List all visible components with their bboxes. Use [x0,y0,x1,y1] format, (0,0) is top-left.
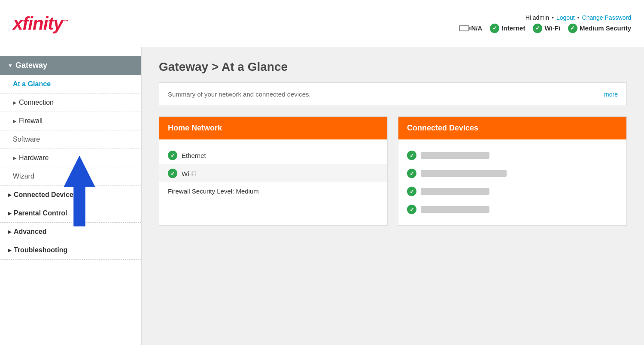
battery-status: N/A [459,24,483,32]
logo-tm: ™ [63,18,68,24]
device4-name [421,206,489,213]
connected-devices-arrow-icon: ▶ [8,192,11,198]
sidebar-connected-devices-header[interactable]: ▶ Connected Devices [0,186,141,204]
change-password-link[interactable]: Change Password [582,14,631,21]
page-title: Gateway > At a Glance [159,60,627,74]
wifi-item-check-icon: ✓ [168,169,177,178]
header: xfinity™ Hi admin • Logout • Change Pass… [0,0,644,47]
hi-admin-text: Hi admin [526,14,549,21]
firewall-arrow-icon: ▶ [13,118,16,124]
dot2: • [577,14,580,21]
internet-check-icon: ✓ [490,24,499,33]
device3-check-icon: ✓ [407,187,416,196]
sidebar-gateway-header[interactable]: ▼ Gateway [0,56,141,75]
battery-icon [459,25,469,31]
firewall-row: Firewall Security Level: Medium [168,182,379,197]
gateway-label: Gateway [15,61,47,70]
logo: xfinity™ [13,13,68,33]
sidebar-item-firewall[interactable]: ▶ Firewall [0,112,141,130]
home-network-card: Home Network ✓ Ethernet ✓ Wi-Fi Firewall… [159,116,388,226]
sidebar-item-connection[interactable]: ▶ Connection [0,94,141,112]
sidebar-item-at-a-glance[interactable]: At a Glance [0,75,141,94]
device-item-1: ✓ [407,146,618,164]
wifi-item-label: Wi-Fi [182,170,197,177]
device-item-2: ✓ [407,164,618,182]
content-area: Gateway > At a Glance Summary of your ne… [142,47,644,345]
security-label: Medium Security [580,24,631,32]
firewall-security-value: Medium [236,188,258,195]
connected-devices-header: Connected Devices [398,117,626,139]
summary-text: Summary of your network and connected de… [168,91,311,98]
home-network-body: ✓ Ethernet ✓ Wi-Fi Firewall Security Lev… [159,139,387,203]
logout-link[interactable]: Logout [556,14,575,21]
summary-box: Summary of your network and connected de… [159,82,627,106]
sidebar-parental-control-header[interactable]: ▶ Parental Control [0,204,141,223]
ethernet-check-icon: ✓ [168,151,177,160]
wifi-label: Wi-Fi [544,24,560,32]
device3-name [421,188,489,195]
dot1: • [552,14,554,21]
hardware-arrow-icon: ▶ [13,155,16,161]
cards-row: Home Network ✓ Ethernet ✓ Wi-Fi Firewall… [159,116,627,226]
security-check-icon: ✓ [568,24,577,33]
firewall-security-label: Firewall Security Level: [168,188,234,195]
parental-control-arrow-icon: ▶ [8,211,11,216]
gateway-arrow-icon: ▼ [8,63,13,69]
sidebar-item-wizard[interactable]: Wizard [0,167,141,186]
wifi-item: ✓ Wi-Fi [159,164,387,182]
logo-area: xfinity™ [13,13,68,34]
device-item-3: ✓ [407,182,618,200]
wifi-check-icon: ✓ [533,24,542,33]
sidebar-troubleshooting-header[interactable]: ▶ Troubleshooting [0,241,141,260]
main-layout: ▼ Gateway At a Glance ▶ Connection ▶ Fir… [0,47,644,345]
internet-label: Internet [501,24,525,32]
connection-arrow-icon: ▶ [13,100,16,106]
device1-check-icon: ✓ [407,151,416,160]
security-status: ✓ Medium Security [568,24,631,33]
connected-devices-body: ✓ ✓ ✓ ✓ [398,139,626,225]
ethernet-item: ✓ Ethernet [168,146,379,164]
sidebar-item-software[interactable]: Software [0,130,141,149]
header-status-row: N/A ✓ Internet ✓ Wi-Fi ✓ Medium Security [459,24,631,33]
sidebar-advanced-header[interactable]: ▶ Advanced [0,223,141,241]
troubleshooting-arrow-icon: ▶ [8,248,11,253]
device2-check-icon: ✓ [407,169,416,178]
more-link[interactable]: more [604,91,618,98]
battery-label: N/A [471,24,483,32]
advanced-arrow-icon: ▶ [8,229,11,235]
header-right: Hi admin • Logout • Change Password N/A … [459,14,631,33]
sidebar-item-hardware[interactable]: ▶ Hardware [0,149,141,167]
internet-status: ✓ Internet [490,24,525,33]
header-top-row: Hi admin • Logout • Change Password [459,14,631,21]
device1-name [421,152,489,159]
device4-check-icon: ✓ [407,205,416,214]
device2-name [421,170,507,177]
connected-devices-card: Connected Devices ✓ ✓ ✓ [398,116,627,226]
wifi-status: ✓ Wi-Fi [533,24,560,33]
ethernet-label: Ethernet [182,152,206,159]
home-network-header: Home Network [159,117,387,139]
sidebar: ▼ Gateway At a Glance ▶ Connection ▶ Fir… [0,47,142,345]
device-item-4: ✓ [407,200,618,218]
